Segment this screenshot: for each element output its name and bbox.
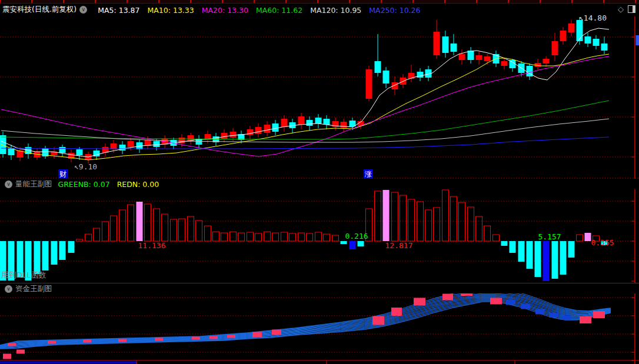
- redn-value: REDN: 0.00: [117, 180, 159, 189]
- volume-value-label: 5.157: [538, 232, 561, 241]
- volume-king-chart[interactable]: 11.1360.21612.8175.1570.355: [0, 189, 639, 283]
- ma-value: MA250: 10.26: [369, 6, 420, 15]
- volume-value-label: 0.355: [591, 238, 614, 247]
- fund-king-chart[interactable]: [0, 293, 639, 364]
- low-price-annotation: ↖9.10: [74, 162, 97, 171]
- arrow-nw-icon: ↖: [74, 162, 79, 171]
- ma-values-row: MA5: 13.87MA10: 13.33MA20: 13.30MA60: 11…: [90, 4, 420, 15]
- split-window-icon[interactable]: [628, 5, 635, 13]
- high-price-annotation: ↖14.80: [579, 14, 607, 22]
- stock-title: 震安科技(日线.前复权): [2, 5, 76, 15]
- panel-divider: [0, 283, 639, 283]
- ma-value: MA20: 13.30: [202, 6, 248, 15]
- chart-title-row: 震安科技(日线.前复权) ∨ MA5: 13.87MA10: 13.33MA20…: [2, 4, 421, 15]
- trading-app-window: 震安科技(日线.前复权) ∨ MA5: 13.87MA10: 13.33MA20…: [0, 0, 639, 364]
- volume-panel-title: 量能王副图: [15, 179, 52, 189]
- arrow-nw-icon: ↖: [579, 14, 584, 22]
- volume-value-label: 11.136: [138, 241, 166, 250]
- chevron-down-icon[interactable]: ∨: [5, 285, 12, 293]
- fund-panel-title: 资金王副图: [15, 284, 52, 294]
- toolbar-strip: [0, 0, 639, 4]
- volume-value-label: 0.216: [345, 232, 368, 241]
- volume-value-label: 12.817: [385, 241, 413, 250]
- greenb-value: GREENB: 0.07: [58, 180, 110, 189]
- diamond-icon[interactable]: ◇: [618, 5, 624, 13]
- chevron-down-icon[interactable]: ∨: [79, 6, 87, 14]
- dll-note: 用到DLL函数: [1, 270, 46, 280]
- ma-value: MA5: 13.87: [98, 6, 139, 15]
- ma-value: MA120: 10.95: [310, 6, 361, 15]
- ma-value: MA60: 11.62: [256, 6, 302, 15]
- signal-tag-zhang: 涨: [364, 169, 373, 178]
- chevron-down-icon[interactable]: ∨: [5, 181, 12, 188]
- main-candlestick-chart[interactable]: [0, 16, 639, 179]
- volume-panel-header: ∨ 量能王副图 GREENB: 0.07 REDN: 0.00: [2, 179, 159, 189]
- signal-tag-cai: 财: [58, 169, 68, 178]
- window-corner-controls: ◇: [618, 5, 635, 13]
- ma-value: MA10: 13.33: [148, 6, 194, 15]
- fund-panel-header: ∨ 资金王副图: [2, 284, 52, 294]
